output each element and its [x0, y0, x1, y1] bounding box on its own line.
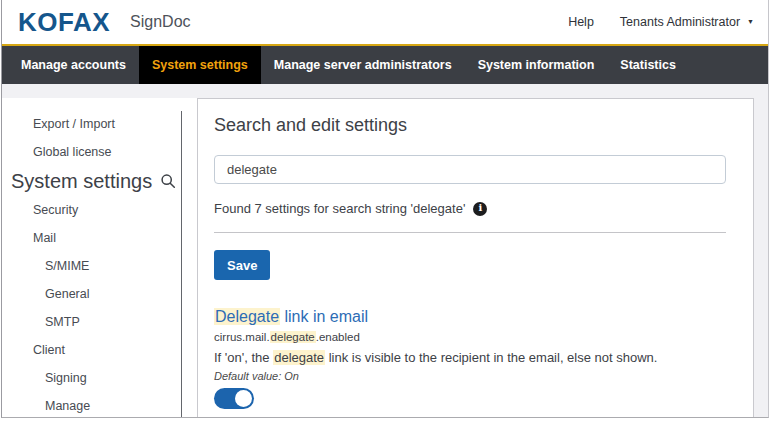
setting-description: If 'on', the delegate link is visible to… [214, 350, 726, 366]
sidebar-item-manage[interactable]: Manage [2, 392, 197, 418]
tab-manage-accounts[interactable]: Manage accounts [8, 46, 139, 84]
sidebar-item-security[interactable]: Security [2, 196, 197, 224]
tab-statistics[interactable]: Statistics [607, 46, 689, 84]
account-menu[interactable]: Tenants Administrator [620, 15, 754, 29]
page-title: Search and edit settings [214, 113, 726, 137]
caret-down-icon [747, 15, 754, 29]
sidebar-item-client[interactable]: Client [2, 336, 197, 364]
delegate-toggle[interactable] [214, 388, 254, 409]
product-name: SignDoc [130, 13, 190, 31]
sidebar-item-global-license[interactable]: Global license [2, 138, 197, 166]
tab-system-settings[interactable]: System settings [139, 46, 261, 84]
main-nav: Manage accounts System settings Manage s… [2, 46, 768, 84]
setting-title-link[interactable]: Delegate link in email [214, 306, 726, 327]
setting-default-value: Default value: On [214, 370, 726, 383]
setting-key-post: .enabled [316, 331, 360, 343]
content-area: Export / Import Global license System se… [2, 84, 768, 417]
search-result-summary: Found 7 settings for search string 'dele… [214, 201, 726, 217]
setting-desc-post: link is visible to the recipient in the … [325, 350, 657, 365]
sidebar-item-export-import[interactable]: Export / Import [2, 110, 197, 138]
save-button[interactable]: Save [214, 250, 270, 280]
results-divider [214, 232, 726, 233]
sidebar-item-signing[interactable]: Signing [2, 364, 197, 392]
sidebar-item-general[interactable]: General [2, 280, 197, 308]
account-menu-label: Tenants Administrator [620, 15, 740, 29]
sidebar-item-smime[interactable]: S/MIME [2, 252, 197, 280]
search-icon [160, 173, 176, 189]
sidebar-item-mail[interactable]: Mail [2, 224, 197, 252]
info-icon[interactable] [473, 202, 487, 216]
tab-manage-server-administrators[interactable]: Manage server administrators [261, 46, 465, 84]
setting-delegate-link-in-email: Delegate link in email cirrus.mail.deleg… [214, 306, 726, 409]
settings-panel: Search and edit settings Found 7 setting… [197, 98, 754, 417]
tab-system-information[interactable]: System information [465, 46, 608, 84]
setting-title-rest: link in email [280, 308, 368, 325]
sidebar-divider [181, 111, 182, 417]
setting-key: cirrus.mail.delegate.enabled [214, 331, 726, 344]
app-window: KOFAX SignDoc Help Tenants Administrator… [1, 0, 769, 418]
sidebar-item-smtp[interactable]: SMTP [2, 308, 197, 336]
sidebar-section-system-settings[interactable]: System settings [2, 166, 197, 196]
sidebar-section-label: System settings [11, 166, 152, 196]
settings-search-input[interactable] [214, 155, 726, 184]
help-link[interactable]: Help [568, 15, 594, 29]
setting-title-highlight: Delegate [214, 308, 280, 325]
toggle-knob-icon [235, 390, 252, 407]
setting-key-pre: cirrus.mail. [214, 331, 270, 343]
kofax-logo: KOFAX [18, 7, 110, 38]
setting-desc-pre: If 'on', the [214, 350, 273, 365]
app-header: KOFAX SignDoc Help Tenants Administrator [2, 0, 768, 44]
sidebar: Export / Import Global license System se… [2, 98, 197, 417]
setting-key-highlight: delegate [270, 331, 316, 343]
search-result-text: Found 7 settings for search string 'dele… [214, 201, 465, 217]
setting-desc-highlight: delegate [273, 350, 325, 365]
